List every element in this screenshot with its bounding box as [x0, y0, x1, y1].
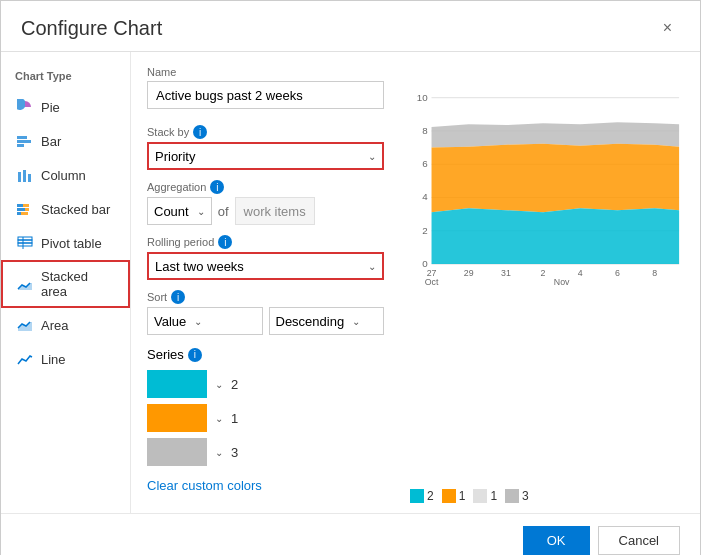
sidebar-item-bar[interactable]: Bar — [1, 124, 130, 158]
aggregation-label: Aggregation — [147, 181, 206, 193]
svg-rect-5 — [28, 174, 31, 182]
svg-rect-3 — [18, 172, 21, 182]
sort-label: Sort — [147, 291, 167, 303]
legend-item-3: 3 — [505, 489, 529, 503]
pivot-table-icon — [17, 235, 33, 251]
sort-value-chevron: ⌄ — [194, 316, 202, 327]
series-info-icon[interactable]: i — [188, 348, 202, 362]
sort-section: Sort i Value ⌄ Descending ⌄ — [147, 290, 384, 335]
dialog-header: Configure Chart × — [1, 1, 700, 41]
aggregation-label-row: Aggregation i — [147, 180, 384, 194]
close-button[interactable]: × — [655, 15, 680, 41]
svg-text:Nov: Nov — [554, 277, 570, 286]
svg-rect-43 — [442, 489, 456, 503]
svg-rect-44 — [473, 489, 487, 503]
svg-rect-7 — [23, 204, 29, 207]
svg-marker-17 — [18, 322, 32, 331]
rolling-period-label-row: Rolling period i — [147, 235, 384, 249]
sort-direction-value: Descending — [276, 314, 345, 329]
pie-icon — [17, 99, 33, 115]
chart-type-label: Chart Type — [1, 66, 130, 90]
legend-item-1: 1 — [442, 489, 466, 503]
series-chevron-3[interactable]: ⌄ — [215, 447, 223, 458]
series-color-swatch-2[interactable] — [147, 404, 207, 432]
stack-by-info-icon[interactable]: i — [193, 125, 207, 139]
stacked-area-icon — [17, 276, 33, 292]
aggregation-section: Aggregation i Count ⌄ of work items — [147, 180, 384, 225]
svg-rect-10 — [17, 212, 21, 215]
svg-text:6: 6 — [422, 158, 427, 169]
rolling-period-value: Last two weeks — [155, 259, 244, 274]
stack-by-select[interactable]: Priority ⌄ — [147, 142, 384, 170]
clear-custom-colors-link[interactable]: Clear custom colors — [147, 478, 262, 493]
sidebar-item-stacked-area[interactable]: Stacked area — [1, 260, 130, 308]
sidebar-item-area[interactable]: Area — [1, 308, 130, 342]
series-chevron-1[interactable]: ⌄ — [215, 379, 223, 390]
legend-label-3: 3 — [522, 489, 529, 503]
sidebar-item-stacked-bar-label: Stacked bar — [41, 202, 110, 217]
column-icon — [17, 167, 33, 183]
cancel-button[interactable]: Cancel — [598, 526, 680, 555]
dialog-footer: OK Cancel — [1, 513, 700, 555]
series-chevron-2[interactable]: ⌄ — [215, 413, 223, 424]
sort-direction-select[interactable]: Descending ⌄ — [269, 307, 385, 335]
svg-text:2: 2 — [541, 268, 546, 278]
sidebar-item-pie-label: Pie — [41, 100, 60, 115]
series-color-swatch-1[interactable] — [147, 370, 207, 398]
sort-row: Value ⌄ Descending ⌄ — [147, 307, 384, 335]
name-input[interactable] — [147, 81, 384, 109]
sort-value: Value — [154, 314, 186, 329]
ok-button[interactable]: OK — [523, 526, 590, 555]
svg-rect-6 — [17, 204, 23, 207]
sidebar-item-line[interactable]: Line — [1, 342, 130, 376]
configure-chart-dialog: Configure Chart × Chart Type Pie — [0, 0, 701, 555]
rolling-period-section: Rolling period i Last two weeks ⌄ — [147, 235, 384, 280]
svg-text:2: 2 — [422, 225, 427, 236]
area-icon — [17, 317, 33, 333]
sidebar-item-stacked-bar[interactable]: Stacked bar — [1, 192, 130, 226]
dialog-title: Configure Chart — [21, 17, 162, 40]
rolling-period-info-icon[interactable]: i — [218, 235, 232, 249]
name-label: Name — [147, 66, 384, 78]
series-number-2: 1 — [231, 411, 238, 426]
svg-text:29: 29 — [464, 268, 474, 278]
svg-rect-11 — [21, 212, 28, 215]
sidebar-item-pivot-table-label: Pivot table — [41, 236, 102, 251]
svg-rect-9 — [25, 208, 29, 211]
aggregation-func-select[interactable]: Count ⌄ — [147, 197, 212, 225]
legend-label-2: 2 — [427, 489, 434, 503]
sidebar-item-column[interactable]: Column — [1, 158, 130, 192]
series-color-swatch-3[interactable] — [147, 438, 207, 466]
rolling-period-chevron: ⌄ — [368, 261, 376, 272]
svg-text:10: 10 — [417, 92, 428, 103]
sort-value-select[interactable]: Value ⌄ — [147, 307, 263, 335]
sidebar-item-stacked-area-label: Stacked area — [41, 269, 114, 299]
sort-info-icon[interactable]: i — [171, 290, 185, 304]
legend-item-2: 2 — [410, 489, 434, 503]
svg-rect-14 — [18, 243, 32, 246]
svg-marker-30 — [432, 122, 680, 147]
sidebar-item-column-label: Column — [41, 168, 86, 183]
sidebar-item-pie[interactable]: Pie — [1, 90, 130, 124]
sidebar-item-bar-label: Bar — [41, 134, 61, 149]
stack-by-label-row: Stack by i — [147, 125, 384, 139]
legend-label-1: 1 — [459, 489, 466, 503]
sidebar-item-pivot-table[interactable]: Pivot table — [1, 226, 130, 260]
bar-icon — [17, 133, 33, 149]
svg-text:4: 4 — [422, 191, 428, 202]
svg-text:31: 31 — [501, 268, 511, 278]
svg-marker-31 — [432, 144, 680, 212]
chart-svg: 0 2 4 6 8 10 — [410, 66, 684, 286]
sidebar-item-area-label: Area — [41, 318, 68, 333]
dialog-body: Chart Type Pie B — [1, 52, 700, 513]
config-panel: Name Stack by i Priority ⌄ Aggregation i — [131, 52, 400, 513]
aggregation-target: work items — [235, 197, 315, 225]
aggregation-info-icon[interactable]: i — [210, 180, 224, 194]
svg-rect-2 — [17, 144, 24, 147]
rolling-period-select[interactable]: Last two weeks ⌄ — [147, 252, 384, 280]
stack-by-section: Stack by i Priority ⌄ — [147, 125, 384, 170]
chart-type-sidebar: Chart Type Pie B — [1, 52, 131, 513]
aggregation-chevron: ⌄ — [197, 206, 205, 217]
chart-legend: 2 1 1 3 — [410, 489, 684, 503]
series-label-row: Series i — [147, 347, 384, 362]
